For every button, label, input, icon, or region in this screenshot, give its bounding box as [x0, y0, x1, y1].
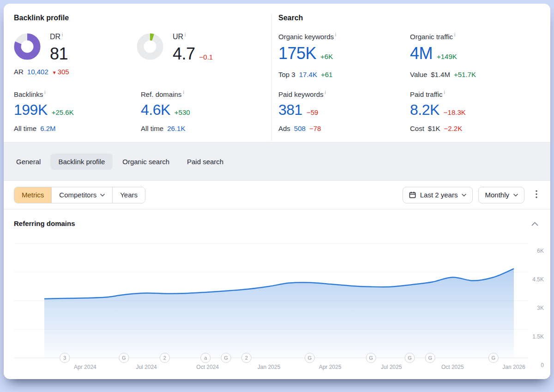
tab-general[interactable]: General — [8, 154, 48, 170]
y-tick-label: 3K — [537, 305, 544, 311]
axis-marker[interactable]: G — [221, 353, 231, 363]
svg-text:2: 2 — [163, 355, 166, 361]
view-toggle-group: Metrics Competitors Years — [14, 187, 145, 203]
ar-change: ▼305 — [52, 68, 69, 76]
info-icon[interactable]: i — [185, 32, 186, 37]
paid-keywords-label: Paid keywordsi — [278, 90, 326, 98]
section-tabs: General Backlink profile Organic search … — [4, 142, 550, 181]
svg-text:G: G — [224, 355, 228, 361]
chart-area-fill — [44, 269, 514, 358]
dr-label: DRi — [50, 32, 68, 41]
svg-text:a: a — [204, 355, 207, 361]
axis-marker[interactable]: 3 — [60, 353, 70, 363]
organic-traffic-value: 4M — [410, 44, 433, 63]
ref-domains-value: 4.6K — [141, 101, 170, 119]
info-icon[interactable]: i — [62, 32, 63, 37]
axis-marker[interactable]: G — [366, 353, 376, 363]
referring-domains-panel: Referring domains 01.5K3K4.5K6KApr 2024J… — [4, 209, 550, 379]
backlinks-metric: Backlinksi 199K +25.6K All time 6.2M — [14, 90, 74, 132]
axis-marker[interactable]: 2 — [241, 353, 251, 363]
x-tick-label: Oct 2025 — [441, 364, 464, 370]
metrics-section: Backlink profile Search DRi 81 AR 10,402… — [4, 4, 550, 142]
y-tick-label: 4.5K — [532, 276, 544, 283]
axis-marker[interactable]: G — [305, 353, 314, 363]
ur-change: −0.1 — [199, 53, 213, 61]
axis-marker[interactable]: G — [488, 353, 498, 363]
y-tick-label: 0 — [541, 362, 544, 368]
overview-card: Backlink profile Search DRi 81 AR 10,402… — [4, 4, 550, 379]
paid-traffic-label: Paid traffici — [410, 90, 466, 98]
x-tick-label: Oct 2024 — [196, 364, 219, 370]
dr-metric: DRi 81 — [50, 32, 68, 64]
svg-text:G: G — [122, 355, 126, 361]
x-tick-label: Apr 2025 — [319, 364, 342, 370]
organic-keywords-label: Organic keywordsi — [278, 32, 336, 41]
organic-keywords-value: 175K — [278, 44, 316, 63]
x-tick-label: Apr 2024 — [74, 364, 96, 370]
tab-paid-search[interactable]: Paid search — [179, 154, 231, 170]
x-tick-label: Jul 2024 — [136, 364, 157, 370]
section-divider — [271, 14, 272, 141]
organic-traffic-sub: Value $1.4M +51.7K — [410, 71, 476, 78]
paid-traffic-metric: Paid traffici 8.2K −18.3K Cost $1K −2.2K — [410, 90, 466, 132]
ur-label: URi — [173, 32, 213, 41]
tab-organic-search[interactable]: Organic search — [114, 154, 177, 170]
info-icon[interactable]: i — [183, 90, 184, 95]
paid-traffic-sub: Cost $1K −2.2K — [410, 125, 466, 132]
svg-text:G: G — [492, 355, 496, 361]
ur-gauge — [137, 33, 163, 60]
svg-text:3: 3 — [63, 355, 66, 361]
organic-traffic-label: Organic traffici — [410, 32, 476, 41]
chevron-down-icon — [462, 194, 466, 196]
backlink-profile-heading: Backlink profile — [14, 14, 69, 22]
axis-marker[interactable]: 2 — [160, 353, 169, 363]
ref-domains-alltime: All time 26.1K — [141, 125, 190, 132]
svg-text:G: G — [428, 355, 432, 361]
years-toggle[interactable]: Years — [112, 187, 145, 203]
svg-text:G: G — [408, 355, 412, 361]
kebab-icon — [536, 190, 537, 198]
svg-text:G: G — [308, 355, 312, 361]
paid-traffic-value: 8.2K — [410, 101, 440, 119]
x-tick-label: Jul 2025 — [381, 364, 402, 370]
date-range-select[interactable]: Last 2 years — [403, 187, 473, 203]
axis-marker[interactable]: G — [425, 353, 435, 363]
info-icon[interactable]: i — [325, 90, 326, 95]
calendar-icon — [409, 191, 416, 198]
backlinks-change: +25.6K — [52, 108, 74, 116]
tab-backlink-profile[interactable]: Backlink profile — [50, 154, 113, 170]
search-heading: Search — [278, 14, 303, 22]
ref-domains-metric: Ref. domainsi 4.6K +530 All time 26.1K — [141, 90, 190, 132]
axis-marker[interactable]: G — [405, 353, 415, 363]
ref-domains-change: +530 — [175, 108, 190, 116]
dr-gauge — [14, 33, 41, 60]
paid-keywords-metric: Paid keywordsi 381 −59 Ads 508 −78 — [278, 90, 326, 132]
ar-value: 10,402 — [27, 68, 48, 76]
info-icon[interactable]: i — [335, 32, 336, 37]
more-options-button[interactable] — [533, 188, 540, 202]
granularity-select[interactable]: Monthly — [478, 187, 524, 203]
axis-marker[interactable]: G — [119, 353, 129, 363]
paid-keywords-sub: Ads 508 −78 — [278, 125, 326, 132]
info-icon[interactable]: i — [454, 32, 455, 37]
chevron-down-icon — [100, 194, 105, 196]
info-icon[interactable]: i — [44, 90, 45, 95]
referring-domains-chart[interactable]: 01.5K3K4.5K6KApr 2024Jul 2024Oct 2024Jan… — [4, 238, 550, 374]
backlinks-alltime: All time 6.2M — [14, 125, 74, 132]
backlinks-label: Backlinksi — [14, 90, 74, 98]
organic-keywords-metric: Organic keywordsi 175K +6K Top 3 17.4K +… — [278, 32, 336, 78]
backlinks-value: 199K — [14, 101, 48, 119]
chart-toolbar: Metrics Competitors Years Last 2 years M… — [4, 181, 550, 209]
competitors-toggle[interactable]: Competitors — [51, 187, 112, 203]
svg-text:G: G — [369, 355, 373, 361]
info-icon[interactable]: i — [444, 90, 445, 95]
collapse-panel-button[interactable] — [530, 219, 540, 229]
ref-domains-label: Ref. domainsi — [141, 90, 190, 98]
x-tick-label: Jan 2026 — [502, 364, 525, 370]
chart-title: Referring domains — [14, 220, 75, 227]
axis-marker[interactable]: a — [201, 353, 211, 363]
dr-value: 81 — [50, 44, 68, 64]
x-tick-label: Jan 2025 — [258, 364, 281, 370]
metrics-toggle[interactable]: Metrics — [14, 187, 51, 203]
organic-traffic-metric: Organic traffici 4M +149K Value $1.4M +5… — [410, 32, 476, 78]
